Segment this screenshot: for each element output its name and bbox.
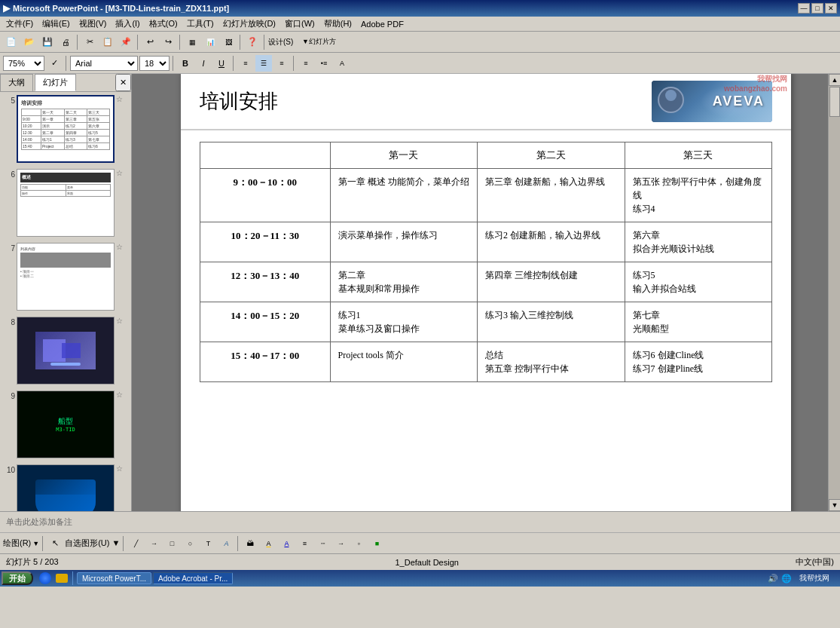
arrow-tool[interactable]: → bbox=[145, 535, 162, 552]
tab-slides[interactable]: 幻灯片 bbox=[35, 74, 76, 91]
slide-thumbnail[interactable]: 培训安排 第一天第二天第三天 9:00第一章第三章第五张 10:20演示练习2第… bbox=[17, 95, 115, 163]
slide-display-area: 培训安排 AVEVA 第一天 bbox=[132, 74, 840, 511]
line-tool[interactable]: ╱ bbox=[127, 535, 144, 552]
design-button[interactable]: ▼幻灯片方 bbox=[296, 34, 341, 51]
slide-thumbnail[interactable]: 船型 M3-TID bbox=[17, 391, 115, 458]
panel-close-button[interactable]: ✕ bbox=[115, 74, 131, 91]
scroll-track[interactable] bbox=[829, 86, 840, 499]
select-tool[interactable]: ↖ bbox=[47, 535, 63, 552]
3d-tool[interactable]: ■ bbox=[368, 535, 385, 552]
day3-cell: 练习6 创建Cline线 练习7 创建Pline线 bbox=[625, 342, 772, 382]
scroll-down-button[interactable]: ▼ bbox=[829, 499, 840, 511]
undo-button[interactable]: ↩ bbox=[142, 34, 158, 51]
list-item[interactable]: 9 船型 M3-TID ☆ bbox=[3, 391, 128, 458]
taskbar-icon-ie[interactable] bbox=[39, 572, 51, 584]
insert-chart-button[interactable]: 📊 bbox=[202, 34, 218, 51]
slide-thumbnail[interactable]: 列表内容 • 项目一 • 项目二 bbox=[17, 243, 115, 311]
day2-cell: 总结 第五章 控制平行中体 bbox=[478, 342, 625, 382]
list-item[interactable]: 5 培训安排 第一天第二天第三天 9:00第一章第三章第五张 10:20演示练习… bbox=[3, 95, 128, 163]
slide-thumbnail[interactable] bbox=[17, 464, 115, 511]
maximize-button[interactable]: □ bbox=[811, 3, 823, 14]
tab-outline[interactable]: 大纲 bbox=[0, 74, 33, 91]
system-tray: 🔊 🌐 我帮找网 bbox=[763, 573, 838, 584]
day2-cell: 第四章 三维控制线创建 bbox=[478, 262, 625, 302]
print-button[interactable]: 🖨 bbox=[57, 34, 74, 51]
menu-insert[interactable]: 插入(I) bbox=[111, 17, 144, 31]
shadow-tool[interactable]: ▫ bbox=[350, 535, 367, 552]
slide-thumbnail-list: 5 培训安排 第一天第二天第三天 9:00第一章第三章第五张 10:20演示练习… bbox=[0, 92, 131, 511]
open-button[interactable]: 📂 bbox=[21, 34, 38, 51]
time-cell: 10：20－11：30 bbox=[200, 222, 331, 262]
toolbar-formatting: 75% ✓ Arial 18 B I U ≡ ☰ ≡ ≡ •≡ A bbox=[0, 53, 840, 74]
font-color-button[interactable]: A bbox=[334, 55, 350, 72]
align-right-button[interactable]: ≡ bbox=[273, 55, 290, 72]
numberedlist-button[interactable]: ≡ bbox=[298, 55, 314, 72]
align-center-button[interactable]: ☰ bbox=[255, 55, 272, 72]
menu-file[interactable]: 文件(F) bbox=[2, 17, 38, 31]
italic-button[interactable]: I bbox=[195, 55, 212, 72]
save-button[interactable]: 💾 bbox=[39, 34, 56, 51]
paste-button[interactable]: 📌 bbox=[118, 34, 134, 51]
wordart-tool[interactable]: A bbox=[218, 535, 234, 552]
day2-cell: 第三章 创建新船，输入边界线 bbox=[478, 169, 625, 222]
textbox-tool[interactable]: T bbox=[200, 535, 216, 552]
scroll-thumb[interactable] bbox=[829, 87, 840, 117]
taskbar-icon-folder[interactable] bbox=[56, 574, 68, 583]
menu-view[interactable]: 视图(V) bbox=[75, 17, 111, 31]
oval-tool[interactable]: ○ bbox=[182, 535, 198, 552]
table-row: 9：00－10：00 第一章 概述 功能简介，菜单介绍 第三章 创建新船，输入边… bbox=[200, 169, 772, 222]
bold-button[interactable]: B bbox=[177, 55, 194, 72]
taskbar-powerpoint-button[interactable]: Microsoft PowerT... bbox=[77, 572, 151, 584]
rect-tool[interactable]: □ bbox=[163, 535, 180, 552]
vertical-scrollbar[interactable]: ▲ ▼ bbox=[828, 74, 840, 511]
picture-tool[interactable]: 🏔 bbox=[242, 535, 258, 552]
cut-button[interactable]: ✂ bbox=[81, 34, 98, 51]
bulletlist-button[interactable]: •≡ bbox=[316, 55, 332, 72]
start-button[interactable]: 开始 bbox=[2, 571, 33, 585]
menu-pdf[interactable]: Adobe PDF bbox=[356, 18, 408, 30]
menu-help[interactable]: 帮助(H) bbox=[319, 17, 356, 31]
align-left-button[interactable]: ≡ bbox=[237, 55, 254, 72]
new-button[interactable]: 📄 bbox=[3, 34, 20, 51]
draw-menu-btn[interactable]: ▼ bbox=[32, 540, 39, 547]
notes-area[interactable]: 单击此处添加备注 bbox=[0, 511, 840, 532]
slide-thumbnail[interactable] bbox=[17, 317, 115, 384]
menu-format[interactable]: 格式(O) bbox=[145, 17, 182, 31]
help-btn[interactable]: ❓ bbox=[244, 34, 261, 51]
copy-button[interactable]: 📋 bbox=[99, 34, 116, 51]
list-item[interactable]: 10 ☆ bbox=[3, 464, 128, 511]
slide-thumbnail[interactable]: 概述 功能菜单 操作界面 bbox=[17, 169, 115, 237]
minimize-button[interactable]: — bbox=[798, 3, 810, 14]
slide-star: ☆ bbox=[116, 317, 123, 325]
menu-slideshow[interactable]: 幻灯片放映(D) bbox=[218, 17, 280, 31]
align-distribute-tool[interactable]: ≡ bbox=[296, 535, 313, 552]
close-button[interactable]: ✕ bbox=[825, 3, 837, 14]
arrow-style-tool[interactable]: → bbox=[332, 535, 349, 552]
time-cell: 14：00－15：20 bbox=[200, 302, 331, 342]
menu-edit[interactable]: 编辑(E) bbox=[38, 17, 75, 31]
insert-picture-button[interactable]: 🖼 bbox=[220, 34, 237, 51]
list-item[interactable]: 7 列表内容 • 项目一 • 项目二 ☆ bbox=[3, 243, 128, 311]
zoom-select[interactable]: 75% bbox=[3, 56, 44, 71]
list-item[interactable]: 8 ☆ bbox=[3, 317, 128, 384]
tray-icon-1: 🔊 bbox=[768, 574, 778, 584]
menu-tools[interactable]: 工具(T) bbox=[182, 17, 218, 31]
fill-color-tool[interactable]: A bbox=[260, 535, 276, 552]
sep9 bbox=[293, 56, 295, 71]
autoshapes-label[interactable]: 自选图形(U) ▼ bbox=[65, 538, 120, 549]
taskbar-acrobat-button[interactable]: Adobe Acrobat - Pr... bbox=[153, 572, 233, 584]
line-color-tool[interactable]: A bbox=[278, 535, 295, 552]
font-select[interactable]: Arial bbox=[70, 56, 138, 71]
app-icon: ▶ bbox=[3, 3, 10, 14]
dash-style-tool[interactable]: ╌ bbox=[314, 535, 331, 552]
list-item[interactable]: 6 概述 功能菜单 操作界面 ☆ bbox=[3, 169, 128, 237]
menu-window[interactable]: 窗口(W) bbox=[280, 17, 319, 31]
zoom-confirm[interactable]: ✓ bbox=[46, 55, 63, 72]
underline-button[interactable]: U bbox=[213, 55, 230, 72]
insert-table-button[interactable]: ▦ bbox=[184, 34, 200, 51]
redo-button[interactable]: ↪ bbox=[160, 34, 176, 51]
fontsize-select[interactable]: 18 bbox=[139, 56, 170, 71]
scroll-up-button[interactable]: ▲ bbox=[829, 74, 840, 86]
slide-info: 幻灯片 5 / 203 bbox=[6, 556, 59, 568]
status-bar: 幻灯片 5 / 203 1_Default Design 中文(中国) bbox=[0, 553, 840, 570]
